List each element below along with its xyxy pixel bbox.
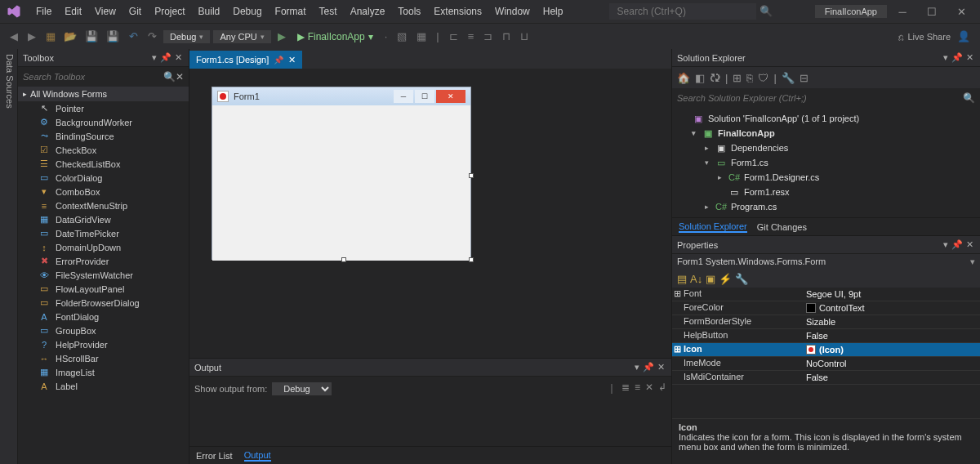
property-row[interactable]: IsMdiContainerFalse: [672, 371, 980, 385]
menu-view[interactable]: View: [88, 3, 122, 20]
align-right-icon[interactable]: ⊐: [480, 29, 496, 44]
program-file-node[interactable]: ▸C#Program.cs: [672, 199, 980, 214]
align-left-icon[interactable]: ⊏: [446, 29, 461, 44]
account-icon[interactable]: 👤: [954, 29, 973, 44]
undo-icon[interactable]: ↶: [126, 29, 141, 44]
form-client-area[interactable]: [212, 105, 470, 261]
menu-project[interactable]: Project: [148, 3, 191, 20]
start-debug-button[interactable]: ▶ FinalIconApp ▾: [292, 29, 378, 44]
toolbar-icon[interactable]: ▦: [413, 29, 430, 44]
menu-debug[interactable]: Debug: [226, 3, 268, 20]
designer-file-node[interactable]: ▸C#Form1.Designer.cs: [672, 170, 980, 185]
toolbox-item[interactable]: ▭DateTimePicker: [18, 226, 189, 240]
home-icon[interactable]: 🏠: [677, 72, 690, 84]
toolbar-icon[interactable]: ◧: [695, 72, 705, 84]
toolbox-item[interactable]: 👁FileSystemWatcher: [18, 268, 189, 282]
toolbox-item[interactable]: ⤳BindingSource: [18, 129, 189, 143]
menu-window[interactable]: Window: [488, 3, 537, 20]
property-object-selector[interactable]: Form1 System.Windows.Forms.Form: [672, 254, 980, 270]
toolbox-item[interactable]: ☰CheckedListBox: [18, 157, 189, 171]
wrench-icon[interactable]: 🔧: [735, 273, 748, 285]
properties-icon[interactable]: ▣: [706, 273, 715, 285]
alphabetical-icon[interactable]: A↓: [690, 273, 702, 285]
toolbar-icon[interactable]: ⊞: [733, 72, 742, 84]
toolbox-item[interactable]: ≡ContextMenuStrip: [18, 199, 189, 212]
dropdown-icon[interactable]: ▾: [633, 362, 641, 373]
toolbar-icon[interactable]: ⊟: [800, 72, 808, 84]
toolbox-item[interactable]: ALabel: [18, 379, 189, 393]
events-icon[interactable]: ⚡: [719, 273, 732, 285]
toolbox-item[interactable]: ↖Pointer: [18, 101, 189, 115]
dropdown-icon[interactable]: ▾: [150, 52, 158, 63]
dependencies-node[interactable]: ▸▣Dependencies: [672, 141, 980, 155]
pin-icon[interactable]: 📌: [950, 239, 964, 250]
toolbox-item[interactable]: ▾ComboBox: [18, 185, 189, 199]
toolbox-item[interactable]: ▭GroupBox: [18, 323, 189, 337]
toolbox-category[interactable]: All Windows Forms: [18, 87, 189, 101]
menu-build[interactable]: Build: [192, 3, 227, 20]
toolbar-icon[interactable]: ⎘: [746, 72, 753, 84]
menu-test[interactable]: Test: [313, 3, 344, 20]
dropdown-icon[interactable]: ▾: [942, 52, 950, 63]
close-button[interactable]: ✕: [947, 2, 975, 20]
menu-help[interactable]: Help: [537, 3, 570, 20]
data-sources-tab[interactable]: Data Sources: [0, 49, 18, 464]
align-top-icon[interactable]: ⊓: [499, 29, 514, 44]
categorized-icon[interactable]: ▤: [677, 273, 687, 285]
align-center-icon[interactable]: ≡: [465, 29, 478, 44]
toolbox-item[interactable]: AFontDialog: [18, 310, 189, 323]
menu-format[interactable]: Format: [269, 3, 313, 20]
property-row[interactable]: ImeModeNoControl: [672, 357, 980, 371]
maximize-button[interactable]: ☐: [918, 2, 946, 20]
new-project-icon[interactable]: ▦: [42, 29, 59, 44]
refresh-icon[interactable]: 🗘: [710, 72, 720, 84]
menu-analyze[interactable]: Analyze: [344, 3, 392, 20]
toolbox-item[interactable]: ↕DomainUpDown: [18, 240, 189, 254]
close-icon[interactable]: ✕: [964, 52, 975, 63]
property-row[interactable]: FormBorderStyleSizable: [672, 315, 980, 329]
resize-handle[interactable]: [469, 257, 474, 262]
property-row[interactable]: ⊞ FontSegoe UI, 9pt: [672, 288, 980, 301]
solution-node[interactable]: ▣Solution 'FinalIconApp' (1 of 1 project…: [672, 111, 980, 126]
toolbox-item[interactable]: ▦ImageList: [18, 365, 189, 379]
property-row[interactable]: HelpButtonFalse: [672, 329, 980, 343]
toolbox-item[interactable]: ↔HScrollBar: [18, 351, 189, 365]
close-tab-icon[interactable]: ✕: [288, 55, 296, 65]
pin-icon[interactable]: 📌: [641, 362, 656, 373]
solution-search-input[interactable]: [677, 93, 963, 103]
menu-edit[interactable]: Edit: [58, 3, 88, 20]
play-icon[interactable]: ▶: [274, 29, 289, 44]
align-bottom-icon[interactable]: ⊔: [517, 29, 532, 44]
form-preview[interactable]: Form1 ─ ☐ ✕: [212, 87, 471, 260]
toolbar-icon[interactable]: ▧: [394, 29, 410, 44]
error-list-tab[interactable]: Error List: [196, 451, 233, 461]
open-icon[interactable]: 📂: [60, 29, 80, 44]
git-changes-tab[interactable]: Git Changes: [757, 222, 807, 232]
menu-extensions[interactable]: Extensions: [427, 3, 488, 20]
global-search-input[interactable]: [609, 3, 756, 20]
forward-icon[interactable]: ▶: [24, 29, 39, 44]
pin-icon[interactable]: 📌: [274, 56, 283, 65]
project-node[interactable]: ▾▣FinalIconApp: [672, 126, 980, 141]
toolbox-item[interactable]: ▦DataGridView: [18, 212, 189, 226]
form-designer[interactable]: Form1 ─ ☐ ✕: [189, 69, 671, 358]
toolbox-item[interactable]: ▭FolderBrowserDialog: [18, 296, 189, 310]
output-tab[interactable]: Output: [244, 450, 271, 462]
property-row[interactable]: ForeColorControlText: [672, 301, 980, 315]
close-icon[interactable]: ✕: [173, 52, 184, 63]
clear-icon[interactable]: ✕: [176, 71, 184, 83]
output-icon[interactable]: ≡: [635, 381, 640, 395]
close-icon[interactable]: ✕: [656, 362, 666, 373]
redo-icon[interactable]: ↷: [145, 29, 160, 44]
output-icon[interactable]: ≣: [621, 381, 630, 395]
toolbox-item[interactable]: ⚙BackgroundWorker: [18, 115, 189, 129]
wrap-icon[interactable]: ↲: [658, 381, 666, 395]
pin-icon[interactable]: 📌: [158, 52, 173, 63]
clear-icon[interactable]: ✕: [645, 381, 653, 395]
toolbox-item[interactable]: ?HelpProvider: [18, 337, 189, 351]
search-icon[interactable]: 🔍: [163, 71, 176, 83]
toolbox-item[interactable]: ☑CheckBox: [18, 143, 189, 157]
save-icon[interactable]: 💾: [82, 29, 101, 44]
resx-file-node[interactable]: ▭Form1.resx: [672, 185, 980, 199]
toolbar-icon[interactable]: 🛡: [758, 72, 768, 84]
